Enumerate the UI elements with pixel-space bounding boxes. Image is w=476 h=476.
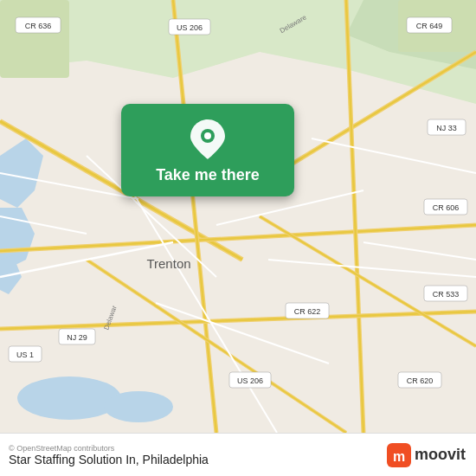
take-me-there-button[interactable]: Take me there [121, 104, 294, 196]
svg-text:CR 533: CR 533 [433, 290, 460, 299]
svg-text:CR 606: CR 606 [433, 203, 460, 212]
svg-text:NJ 29: NJ 29 [67, 333, 87, 342]
svg-text:CR 622: CR 622 [294, 307, 321, 316]
svg-text:CR 636: CR 636 [25, 22, 52, 30]
footer-info: © OpenStreetMap contributors Star Staffi… [9, 444, 209, 466]
svg-text:Trenton: Trenton [146, 256, 190, 271]
moovit-icon: m [387, 443, 411, 467]
cta-button-label: Take me there [156, 166, 260, 184]
svg-point-9 [104, 391, 173, 422]
svg-text:NJ 33: NJ 33 [436, 124, 457, 132]
map-background: CR 636 US 206 CR 649 NJ 33 CR 606 Trento… [0, 0, 476, 433]
svg-text:m: m [393, 449, 405, 464]
svg-point-62 [204, 132, 211, 139]
location-pin-icon [188, 119, 228, 159]
moovit-logo: m moovit [387, 443, 466, 467]
footer-bar: © OpenStreetMap contributors Star Staffi… [0, 433, 476, 476]
svg-text:CR 649: CR 649 [416, 22, 443, 30]
svg-text:US 206: US 206 [177, 23, 203, 32]
svg-rect-4 [0, 0, 69, 78]
svg-text:US 1: US 1 [16, 351, 34, 359]
map-attribution: © OpenStreetMap contributors [9, 444, 209, 453]
map-container: CR 636 US 206 CR 649 NJ 33 CR 606 Trento… [0, 0, 476, 433]
svg-point-8 [17, 376, 121, 420]
place-name-label: Star Staffing Solution In, Philadelphia [9, 453, 209, 466]
svg-text:CR 620: CR 620 [407, 376, 434, 385]
svg-text:US 206: US 206 [237, 376, 263, 385]
moovit-wordmark: moovit [415, 446, 466, 464]
